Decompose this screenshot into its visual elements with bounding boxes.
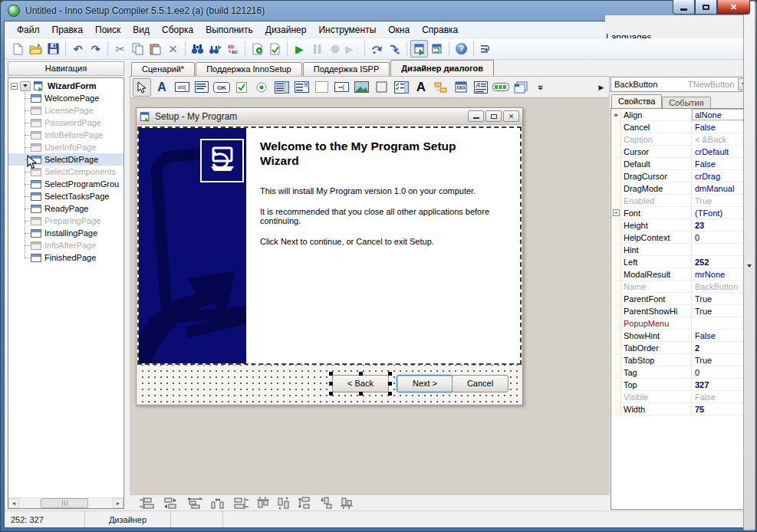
property-row-hint[interactable]: Hint bbox=[611, 244, 751, 256]
preview-title-bar[interactable]: Setup - My Program ✕ bbox=[137, 108, 522, 125]
property-row-width[interactable]: Width75 bbox=[611, 403, 751, 415]
property-row-cursor[interactable]: CursorcrDefault bbox=[611, 146, 751, 158]
property-row-visible[interactable]: VisibleFalse bbox=[611, 391, 751, 403]
wizard-button-strip[interactable]: < Back Next > Cancel bbox=[137, 365, 522, 404]
property-row-popupmenu[interactable]: PopupMenu bbox=[611, 317, 751, 330]
progress-bar-tool-icon[interactable] bbox=[492, 78, 510, 97]
selection-handle[interactable] bbox=[388, 382, 392, 386]
tab-ispp-support[interactable]: Поддержка ISPP bbox=[303, 62, 390, 76]
tab-innosetup-support[interactable]: Поддержка InnoSetup bbox=[196, 62, 302, 76]
tree-item-selectcomponentspage[interactable]: SelectComponents bbox=[8, 166, 123, 178]
designer-icon[interactable] bbox=[410, 40, 428, 57]
tree-item-infobeforepage[interactable]: InfoBeforePage bbox=[8, 129, 123, 141]
property-row-height[interactable]: Height23 bbox=[611, 219, 751, 232]
align-top-edges-icon[interactable] bbox=[257, 497, 269, 509]
center-horizontally-icon[interactable] bbox=[187, 498, 202, 509]
tree-item-installingpage[interactable]: InstallingPage bbox=[8, 227, 123, 239]
checkbox-tool-icon[interactable] bbox=[232, 78, 251, 97]
align-bottom-edges-icon[interactable] bbox=[341, 497, 353, 509]
property-row-enabled[interactable]: EnabledTrue bbox=[611, 195, 751, 207]
menu-run[interactable]: Выполнить bbox=[199, 23, 259, 37]
collapse-icon[interactable]: − bbox=[11, 83, 18, 90]
align-right-edges-icon[interactable] bbox=[233, 498, 248, 509]
tree-item-infoafterpage[interactable]: InfoAfterPage bbox=[8, 239, 123, 251]
maximize-button[interactable] bbox=[695, 0, 717, 15]
tree-item-preparingpage[interactable]: PreparingPage bbox=[8, 215, 123, 227]
tab-events[interactable]: События bbox=[662, 97, 710, 108]
console-icon[interactable] bbox=[477, 40, 495, 57]
button-tool-icon[interactable]: OK bbox=[212, 78, 231, 97]
designer-update-icon[interactable] bbox=[428, 40, 446, 57]
expand-icon[interactable]: + bbox=[613, 209, 620, 216]
align-horz-centers-icon[interactable] bbox=[163, 498, 179, 509]
selection-handle[interactable] bbox=[329, 382, 333, 386]
tree-item-selecttaskspage[interactable]: SelectTasksPage bbox=[8, 190, 123, 202]
step-into-icon[interactable] bbox=[386, 40, 403, 57]
radiobutton-tool-icon[interactable] bbox=[252, 78, 271, 97]
back-button[interactable]: < Back bbox=[332, 375, 389, 392]
property-row-font[interactable]: +Font(TFont) bbox=[611, 207, 751, 219]
replace-icon[interactable]: abac bbox=[224, 40, 242, 57]
property-row-taborder[interactable]: TabOrder2 bbox=[611, 342, 751, 354]
property-row-tag[interactable]: Tag0 bbox=[611, 366, 751, 379]
selection-handle[interactable] bbox=[359, 392, 363, 396]
tree-item-wizardform[interactable]: − WizardForm bbox=[8, 80, 123, 92]
preview-close-button[interactable]: ✕ bbox=[503, 110, 519, 122]
tab-properties[interactable]: Свойства bbox=[611, 94, 662, 108]
tree-item-readypage[interactable]: ReadyPage bbox=[8, 202, 123, 215]
stop-icon[interactable] bbox=[326, 40, 344, 57]
edit-tool-icon[interactable]: ab[ bbox=[173, 78, 191, 97]
tree-item-selectdirpage[interactable]: SelectDirPage bbox=[8, 153, 123, 166]
password-edit-tool-icon[interactable]: ••[ bbox=[332, 78, 351, 97]
compile-icon[interactable] bbox=[248, 40, 266, 57]
property-row-top[interactable]: Top327 bbox=[611, 379, 751, 391]
property-row-align[interactable]: »AlignalNone bbox=[611, 109, 751, 121]
cancel-button[interactable]: Cancel bbox=[452, 375, 509, 392]
new-file-icon[interactable] bbox=[9, 40, 27, 57]
property-row-cancel[interactable]: CancelFalse bbox=[611, 121, 751, 133]
scroll-right-icon[interactable]: ► bbox=[113, 498, 123, 508]
property-row-dragcursor[interactable]: DragCursorcrDrag bbox=[611, 170, 751, 182]
check-listbox-tool-icon[interactable] bbox=[392, 78, 410, 97]
open-folder-icon[interactable] bbox=[27, 40, 44, 57]
tree-dropdown-button[interactable] bbox=[20, 81, 31, 91]
panel-tool-icon[interactable] bbox=[312, 78, 331, 97]
tree-item-passwordpage[interactable]: PasswordPage bbox=[8, 117, 123, 129]
design-canvas[interactable]: Setup - My Program ✕ bbox=[130, 98, 610, 495]
bevel-tool-icon[interactable] bbox=[372, 78, 390, 97]
property-row-caption[interactable]: Caption< &Back bbox=[611, 133, 751, 146]
memo-tool-icon[interactable] bbox=[193, 78, 211, 97]
save-icon[interactable] bbox=[44, 40, 62, 57]
property-row-parentfont[interactable]: ParentFontTrue bbox=[611, 293, 751, 305]
property-row-dragmode[interactable]: DragModedmManual bbox=[611, 182, 751, 195]
find-next-icon[interactable] bbox=[206, 40, 224, 57]
space-equally-vert-icon[interactable] bbox=[298, 497, 311, 509]
navigation-header[interactable]: Навигация bbox=[8, 61, 124, 76]
minimize-button[interactable] bbox=[673, 0, 695, 15]
menu-edit[interactable]: Правка bbox=[46, 23, 90, 37]
rich-edit-tool-icon[interactable]: A bbox=[472, 78, 490, 97]
align-vert-centers-icon[interactable] bbox=[278, 497, 290, 509]
menu-view[interactable]: Вид bbox=[127, 23, 156, 37]
menu-tools[interactable]: Инструменты bbox=[312, 23, 382, 37]
align-left-edges-icon[interactable] bbox=[140, 498, 155, 509]
folder-tree-tool-icon[interactable] bbox=[432, 78, 450, 97]
selection-handle[interactable] bbox=[359, 372, 363, 376]
menu-help[interactable]: Справка bbox=[416, 23, 464, 37]
property-row-default[interactable]: DefaultFalse bbox=[611, 158, 751, 170]
page-control-tool-icon[interactable] bbox=[512, 78, 530, 97]
cursor-tool-icon[interactable] bbox=[133, 78, 151, 97]
static-text-tool-icon[interactable]: A bbox=[412, 78, 430, 97]
close-button[interactable]: ✕ bbox=[717, 0, 750, 15]
tree-item-selectprogramgrouppage[interactable]: SelectProgramGrou bbox=[8, 178, 123, 190]
palette-scroll-right-icon[interactable]: ▶ bbox=[595, 78, 607, 97]
redo-icon[interactable]: ↷ bbox=[87, 40, 104, 57]
next-button[interactable]: Next > bbox=[397, 375, 453, 392]
run-icon[interactable]: ▶ bbox=[291, 40, 308, 57]
run-to-cursor-icon[interactable]: ▶⋮ bbox=[344, 40, 361, 57]
property-row-helpcontext[interactable]: HelpContext0 bbox=[611, 232, 751, 244]
space-equally-horz-icon[interactable] bbox=[211, 498, 225, 509]
menu-search[interactable]: Поиск bbox=[89, 23, 127, 37]
help-icon[interactable]: ? bbox=[453, 40, 470, 57]
property-row-parentshowhint[interactable]: ParentShowHiTrue bbox=[611, 305, 751, 317]
